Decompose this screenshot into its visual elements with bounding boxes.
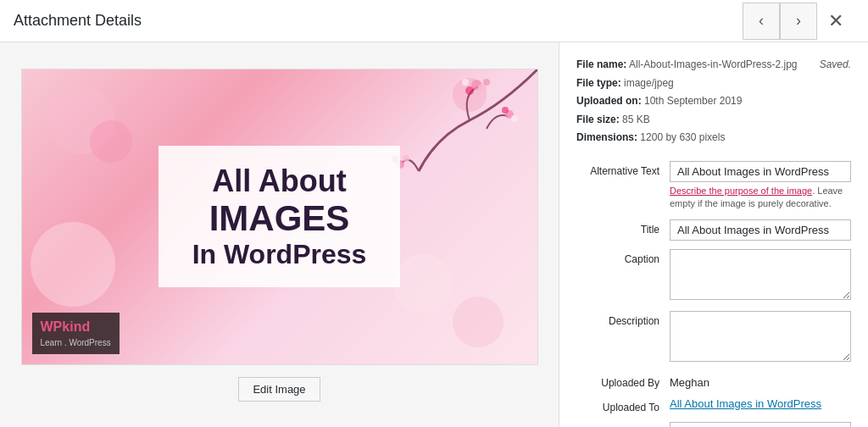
alt-text-input[interactable] — [670, 161, 851, 182]
uploaded-on-value: 10th September 2019 — [644, 95, 742, 107]
image-preview: All About IMAGES In WordPress WPkind Lea… — [21, 69, 538, 365]
close-button[interactable]: ✕ — [817, 3, 854, 40]
file-info: File name: All-About-Images-in-WordPress… — [576, 56, 851, 147]
file-name-value: All-About-Images-in-WordPress-2.jpg — [629, 58, 798, 70]
svg-point-4 — [462, 79, 469, 86]
left-panel: All About IMAGES In WordPress WPkind Lea… — [0, 42, 559, 427]
description-textarea[interactable] — [670, 311, 851, 362]
title-label: Title — [576, 219, 670, 236]
edit-image-button[interactable]: Edit Image — [238, 377, 320, 402]
file-type-label: File type: — [576, 77, 621, 89]
wpkind-tagline: Learn . WordPress — [41, 337, 111, 349]
uploaded-on-label: Uploaded on: — [576, 95, 642, 107]
title-row: Title — [576, 219, 851, 241]
svg-point-9 — [511, 115, 518, 122]
alt-text-control: Describe the purpose of the image. Leave… — [670, 161, 851, 211]
description-row: Description — [576, 311, 851, 364]
caption-row: Caption — [576, 249, 851, 302]
image-text-line2: IMAGES — [192, 199, 367, 238]
uploaded-to-row: Uploaded To All About Images in WordPres… — [576, 397, 851, 413]
copy-link-input[interactable] — [670, 422, 851, 427]
prev-button[interactable]: ‹ — [743, 3, 780, 40]
kind-text: kind — [62, 319, 90, 334]
uploaded-to-control: All About Images in WordPress — [670, 397, 851, 410]
alt-text-row: Alternative Text Describe the purpose of… — [576, 161, 851, 211]
image-text-box: All About IMAGES In WordPress — [159, 146, 401, 288]
header-controls: ‹ › ✕ — [743, 3, 854, 40]
svg-point-10 — [502, 107, 509, 114]
alt-text-hint: Describe the purpose of the image. Leave… — [670, 185, 851, 211]
caption-label: Caption — [576, 249, 670, 265]
uploaded-by-row: Uploaded By Meghan — [576, 373, 851, 389]
uploaded-by-value: Meghan — [670, 373, 851, 389]
file-name-label: File name: — [576, 58, 626, 70]
image-text-line1: All About — [192, 163, 367, 199]
caption-textarea[interactable] — [670, 249, 851, 300]
image-text-line3: In WordPress — [192, 238, 367, 270]
wp-text: WP — [41, 319, 63, 334]
copy-link-control — [670, 422, 851, 427]
file-type-value: image/jpeg — [624, 77, 674, 89]
alt-text-link[interactable]: Describe the purpose of the image — [670, 186, 812, 196]
file-size-value: 85 KB — [622, 114, 650, 125]
modal-title: Attachment Details — [14, 12, 142, 30]
uploaded-by-label: Uploaded By — [576, 373, 670, 389]
svg-point-2 — [465, 86, 474, 95]
wpkind-brand: WPkind — [41, 318, 111, 336]
wpkind-badge: WPkind Learn . WordPress — [32, 313, 120, 353]
alt-text-label: Alternative Text — [576, 161, 670, 177]
title-input[interactable] — [670, 219, 851, 241]
next-button[interactable]: › — [780, 3, 817, 40]
uploaded-to-label: Uploaded To — [576, 397, 670, 413]
uploaded-to-link[interactable]: All About Images in WordPress — [670, 394, 821, 410]
file-size-label: File size: — [576, 114, 620, 125]
modal-header: Attachment Details ‹ › ✕ — [0, 0, 868, 42]
copy-link-row: Copy Link — [576, 422, 851, 427]
caption-control — [670, 249, 851, 302]
title-control — [670, 219, 851, 241]
copy-link-label: Copy Link — [576, 422, 670, 427]
description-control — [670, 311, 851, 364]
uploaded-by-control: Meghan — [670, 373, 851, 389]
svg-point-6 — [403, 155, 409, 162]
dimensions-label: Dimensions: — [576, 131, 637, 143]
right-panel: File name: All-About-Images-in-WordPress… — [559, 42, 868, 427]
modal-body: All About IMAGES In WordPress WPkind Lea… — [0, 42, 868, 427]
saved-badge: Saved. — [820, 56, 851, 75]
description-label: Description — [576, 311, 670, 327]
svg-point-3 — [483, 79, 490, 86]
dimensions-value: 1200 by 630 pixels — [640, 131, 725, 143]
